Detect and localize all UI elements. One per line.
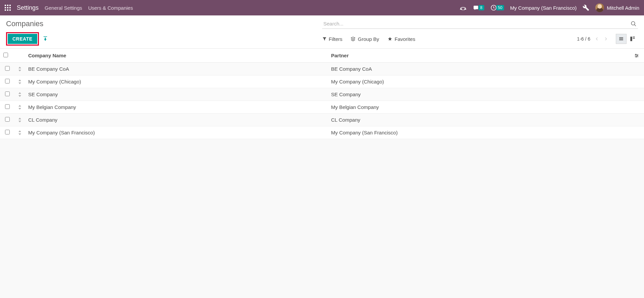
cell-partner: CL Company (328, 114, 631, 126)
pager-next-icon[interactable] (604, 37, 608, 41)
kanban-view-icon[interactable] (627, 34, 638, 44)
company-selector[interactable]: My Company (San Francisco) (510, 5, 577, 11)
favorites-label: Favorites (395, 36, 415, 42)
svg-point-13 (631, 21, 635, 25)
drag-handle-icon[interactable] (15, 114, 25, 126)
search-options: Filters Group By Favorites (322, 36, 415, 42)
import-icon[interactable] (42, 36, 48, 42)
svg-rect-0 (5, 5, 6, 6)
svg-point-24 (636, 54, 636, 55)
svg-rect-8 (9, 9, 11, 11)
svg-rect-19 (633, 37, 635, 37)
svg-rect-3 (5, 7, 6, 8)
svg-rect-16 (619, 39, 623, 39)
column-company-name[interactable]: Company Name (25, 49, 328, 63)
drag-handle-icon[interactable] (15, 126, 25, 139)
row-checkbox[interactable] (5, 130, 10, 134)
pager: 1-6 / 6 (577, 34, 638, 44)
svg-rect-18 (630, 37, 632, 41)
messages-icon[interactable]: 8 (473, 5, 484, 11)
svg-rect-15 (619, 37, 623, 38)
search-icon[interactable] (631, 21, 637, 27)
table-row[interactable]: BE Company CoA BE Company CoA (0, 63, 644, 75)
cell-company-name: CL Company (25, 114, 328, 126)
filters-label: Filters (329, 36, 343, 42)
app-brand[interactable]: Settings (17, 4, 39, 11)
create-button-highlight: CREATE (6, 32, 39, 46)
favorites-button[interactable]: Favorites (387, 36, 415, 42)
table-row[interactable]: SE Company SE Company (0, 88, 644, 101)
drag-handle-icon[interactable] (15, 75, 25, 88)
list-view: Company Name Partner BE Company CoA BE C… (0, 49, 644, 139)
table-row[interactable]: My Belgian Company My Belgian Company (0, 101, 644, 114)
svg-rect-1 (7, 5, 8, 6)
cell-partner: My Company (San Francisco) (328, 126, 631, 139)
control-panel: Companies CREATE Filters (0, 15, 644, 49)
optional-columns-icon[interactable] (634, 53, 641, 58)
svg-rect-4 (7, 7, 8, 8)
table-row[interactable]: CL Company CL Company (0, 114, 644, 126)
table-row[interactable]: My Company (San Francisco) My Company (S… (0, 126, 644, 139)
svg-rect-20 (633, 38, 635, 39)
row-checkbox[interactable] (5, 66, 10, 71)
cell-partner: BE Company CoA (328, 63, 631, 75)
drag-handle-icon[interactable] (15, 88, 25, 101)
row-checkbox[interactable] (5, 92, 10, 96)
row-checkbox[interactable] (5, 117, 10, 122)
apps-icon[interactable] (5, 5, 11, 11)
filters-button[interactable]: Filters (322, 36, 343, 42)
list-view-icon[interactable] (616, 34, 627, 44)
svg-rect-7 (7, 9, 8, 11)
svg-rect-2 (9, 5, 11, 6)
cell-company-name: My Company (San Francisco) (25, 126, 328, 139)
table-header-row: Company Name Partner (0, 49, 644, 63)
nav-menu-general-settings[interactable]: General Settings (45, 5, 82, 11)
user-menu[interactable]: Mitchell Admin (595, 3, 639, 12)
cell-company-name: My Belgian Company (25, 101, 328, 114)
groupby-label: Group By (358, 36, 379, 42)
messages-badge: 8 (479, 5, 484, 10)
svg-point-26 (636, 56, 637, 57)
svg-point-25 (637, 55, 638, 56)
cell-company-name: SE Company (25, 88, 328, 101)
create-button[interactable]: CREATE (8, 34, 37, 44)
navbar-left: Settings General Settings Users & Compan… (5, 4, 133, 11)
nav-menu-users-companies[interactable]: Users & Companies (88, 5, 133, 11)
voip-icon[interactable] (460, 5, 466, 11)
pager-text: 1-6 / 6 (577, 36, 590, 42)
cell-company-name: BE Company CoA (25, 63, 328, 75)
svg-line-14 (634, 24, 636, 26)
drag-handle-icon[interactable] (15, 101, 25, 114)
companies-table: Company Name Partner BE Company CoA BE C… (0, 49, 644, 139)
column-partner[interactable]: Partner (328, 49, 631, 63)
search-box (322, 19, 638, 29)
table-row[interactable]: My Company (Chicago) My Company (Chicago… (0, 75, 644, 88)
cell-partner: My Belgian Company (328, 101, 631, 114)
svg-rect-6 (5, 9, 6, 11)
pager-prev-icon[interactable] (595, 37, 599, 41)
view-switcher (616, 34, 638, 44)
select-all-checkbox[interactable] (3, 53, 8, 57)
page-title: Companies (6, 19, 322, 28)
row-checkbox[interactable] (5, 79, 10, 83)
cell-partner: My Company (Chicago) (328, 75, 631, 88)
svg-rect-5 (9, 7, 11, 8)
navbar-right: 8 50 My Company (San Francisco) Mitchell… (460, 3, 639, 12)
cell-partner: SE Company (328, 88, 631, 101)
user-name: Mitchell Admin (607, 5, 639, 11)
search-input[interactable] (322, 19, 638, 28)
row-checkbox[interactable] (5, 104, 10, 109)
activities-icon[interactable]: 50 (490, 4, 504, 11)
activities-badge: 50 (496, 5, 504, 10)
top-navbar: Settings General Settings Users & Compan… (0, 0, 644, 15)
avatar (595, 3, 604, 12)
groupby-button[interactable]: Group By (350, 36, 379, 42)
cell-company-name: My Company (Chicago) (25, 75, 328, 88)
svg-rect-17 (619, 40, 623, 40)
debug-icon[interactable] (583, 4, 589, 11)
drag-handle-icon[interactable] (15, 63, 25, 75)
